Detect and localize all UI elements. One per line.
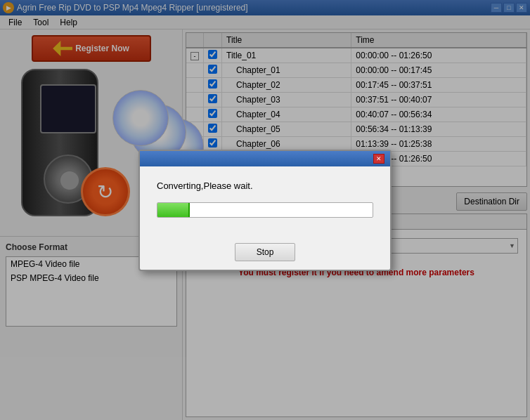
stop-button[interactable]: Stop <box>235 243 296 261</box>
modal-overlay: ✕ Converting,Please wait. Stop <box>0 0 530 420</box>
progress-bar-background <box>157 202 373 218</box>
modal-close-button[interactable]: ✕ <box>373 154 384 164</box>
modal-body: Converting,Please wait. <box>140 166 390 240</box>
converting-text: Converting,Please wait. <box>157 181 373 191</box>
modal-footer: Stop <box>140 240 390 270</box>
converting-modal: ✕ Converting,Please wait. Stop <box>138 150 392 271</box>
modal-titlebar: ✕ <box>140 151 390 166</box>
progress-bar-fill <box>157 203 190 217</box>
